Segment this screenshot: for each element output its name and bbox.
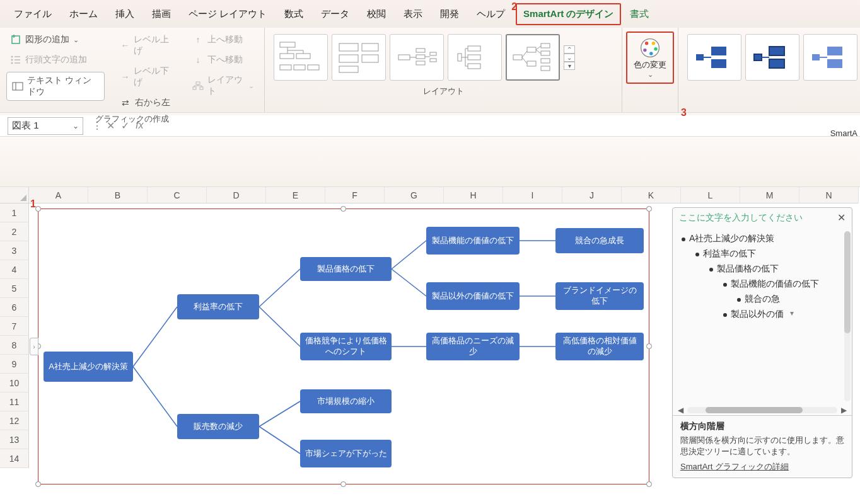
menu-data[interactable]: データ <box>312 2 358 26</box>
move-up-button[interactable]: ↑上へ移動 <box>189 32 258 48</box>
row-header[interactable]: 8 <box>0 336 29 355</box>
level-down-button[interactable]: →レベル下げ <box>116 63 177 91</box>
row-header[interactable]: 3 <box>0 241 29 260</box>
layout-thumb-5-selected[interactable] <box>506 34 560 81</box>
text-pane-item[interactable]: 製品以外の価▾ <box>682 307 845 322</box>
text-pane-hscrollbar[interactable]: ◀ ▶ <box>673 405 852 415</box>
style-thumb-1[interactable] <box>687 34 741 81</box>
smartart-node-root[interactable]: A社売上減少の解決策 <box>44 352 133 382</box>
menu-smartart-design[interactable]: SmartArt のデザイン <box>516 3 621 25</box>
text-pane-item[interactable]: A社売上減少の解決策 <box>682 231 845 246</box>
smartart-node[interactable]: 高低価格の相対価値の減少 <box>555 333 644 360</box>
menu-developer[interactable]: 開発 <box>431 2 468 26</box>
smartart-node[interactable]: 製品以外の価値の低下 <box>426 282 520 310</box>
level-up-button[interactable]: ←レベル上げ <box>116 32 177 59</box>
scroll-left-icon[interactable]: ◀ <box>678 406 683 415</box>
menu-format[interactable]: 書式 <box>621 2 658 26</box>
spinner-more-icon[interactable]: ▾ <box>564 62 575 70</box>
menu-insert[interactable]: 挿入 <box>107 2 143 26</box>
resize-handle[interactable] <box>340 206 346 212</box>
col-header[interactable]: A <box>29 187 88 203</box>
layout-thumb-3[interactable] <box>390 34 444 81</box>
smartart-node[interactable]: 販売数の減少 <box>177 414 259 439</box>
add-shape-button[interactable]: 図形の追加 ⌄ <box>6 32 105 48</box>
smartart-node[interactable]: 高価格品のニーズの減少 <box>426 333 520 360</box>
col-header[interactable]: H <box>444 187 503 203</box>
smartart-details-link[interactable]: SmartArt グラフィックの詳細 <box>680 461 789 472</box>
smartart-node[interactable]: 製品価格の低下 <box>300 257 392 281</box>
col-header[interactable]: M <box>740 187 799 203</box>
smartart-node[interactable]: 市場シェアが下がった <box>300 440 392 467</box>
smartart-node[interactable]: 価格競争により低価格へのシフト <box>300 333 392 360</box>
layout-thumb-1[interactable] <box>274 34 328 81</box>
resize-handle[interactable] <box>646 206 652 212</box>
row-header[interactable]: 5 <box>0 279 29 298</box>
row-header[interactable]: 11 <box>0 392 29 411</box>
spinner-down-icon[interactable]: ⌄ <box>564 54 575 62</box>
smartart-node[interactable]: 市場規模の縮小 <box>300 389 392 413</box>
text-pane-item[interactable]: 利益率の低下 <box>682 246 845 261</box>
resize-handle[interactable] <box>340 481 346 487</box>
smartart-selection-frame[interactable]: › A社売上減少の解決策 利益率の低下 販売数の減少 製品価格の低下 価格競争に… <box>38 209 649 484</box>
col-header[interactable]: B <box>88 187 148 203</box>
menu-formulas[interactable]: 数式 <box>276 2 312 26</box>
col-header[interactable]: E <box>266 187 325 203</box>
text-pane-item[interactable]: 競合の急 <box>682 292 845 307</box>
menu-help[interactable]: ヘルプ <box>468 2 514 26</box>
col-header[interactable]: D <box>207 187 266 203</box>
col-header[interactable]: K <box>622 187 681 203</box>
close-icon[interactable]: ✕ <box>837 212 845 224</box>
row-header[interactable]: 12 <box>0 411 29 430</box>
resize-handle[interactable] <box>646 343 652 349</box>
layout-thumb-2[interactable] <box>332 34 386 81</box>
menu-review[interactable]: 校閲 <box>358 2 395 26</box>
col-header[interactable]: L <box>681 187 740 203</box>
col-header[interactable]: F <box>325 187 385 203</box>
row-header[interactable]: 10 <box>0 374 29 392</box>
row-header[interactable]: 13 <box>0 430 29 449</box>
row-header[interactable]: 14 <box>0 449 29 468</box>
text-pane-toggle[interactable]: › <box>30 338 38 355</box>
smartart-node[interactable]: 利益率の低下 <box>177 294 259 319</box>
col-header[interactable]: J <box>562 187 622 203</box>
col-header[interactable]: N <box>799 187 859 203</box>
row-header[interactable]: 2 <box>0 222 29 241</box>
style-thumb-2[interactable] <box>745 34 799 81</box>
row-header[interactable]: 4 <box>0 260 29 279</box>
menu-file[interactable]: ファイル <box>5 2 61 26</box>
spinner-up-icon[interactable]: ⌃ <box>564 45 575 54</box>
scrollbar-thumb[interactable] <box>844 231 851 333</box>
resize-handle[interactable] <box>646 481 652 487</box>
add-bullet-button[interactable]: 行頭文字の追加 <box>6 52 105 68</box>
col-header[interactable]: C <box>148 187 207 203</box>
text-pane-body[interactable]: A社売上減少の解決策 利益率の低下 製品価格の低下 製品機能の価値の低下 競合の… <box>673 227 852 405</box>
row-header[interactable]: 1 <box>0 203 29 222</box>
text-pane-item[interactable]: 製品価格の低下 <box>682 261 845 277</box>
smartart-node[interactable]: 競合の急成長 <box>555 228 644 253</box>
change-colors-button[interactable]: 色の変更 ⌄ <box>626 32 674 84</box>
scroll-right-icon[interactable]: ▶ <box>841 406 847 415</box>
hscroll-track[interactable] <box>687 407 837 413</box>
resize-handle[interactable] <box>35 481 41 487</box>
row-header[interactable]: 6 <box>0 298 29 317</box>
menu-home[interactable]: ホーム <box>61 2 107 26</box>
menu-view[interactable]: 表示 <box>395 2 431 26</box>
rtl-button[interactable]: ⇄右から左 <box>116 94 177 111</box>
text-window-button[interactable]: テキスト ウィンドウ <box>6 72 105 101</box>
col-header[interactable]: I <box>503 187 562 203</box>
layout-thumb-4[interactable] <box>448 34 502 81</box>
menu-draw[interactable]: 描画 <box>143 2 180 26</box>
text-pane-vscrollbar[interactable] <box>844 231 851 401</box>
select-all-corner[interactable] <box>0 187 29 203</box>
layout-dropdown-button[interactable]: レイアウト⌄ <box>189 72 258 100</box>
smartart-text-pane[interactable]: ここに文字を入力してください ✕ A社売上減少の解決策 利益率の低下 製品価格の… <box>672 207 852 478</box>
row-header[interactable]: 9 <box>0 355 29 374</box>
col-header[interactable]: G <box>385 187 444 203</box>
style-thumb-3[interactable] <box>803 34 857 81</box>
spreadsheet-grid[interactable]: A B C D E F G H I J K L M N 1 2 3 4 5 6 … <box>0 187 860 504</box>
row-header[interactable]: 7 <box>0 317 29 336</box>
resize-handle[interactable] <box>35 206 41 212</box>
smartart-node[interactable]: 製品機能の価値の低下 <box>426 227 520 255</box>
text-pane-item[interactable]: 製品機能の価値の低下 <box>682 277 845 292</box>
move-down-button[interactable]: ↓下へ移動 <box>189 52 258 68</box>
